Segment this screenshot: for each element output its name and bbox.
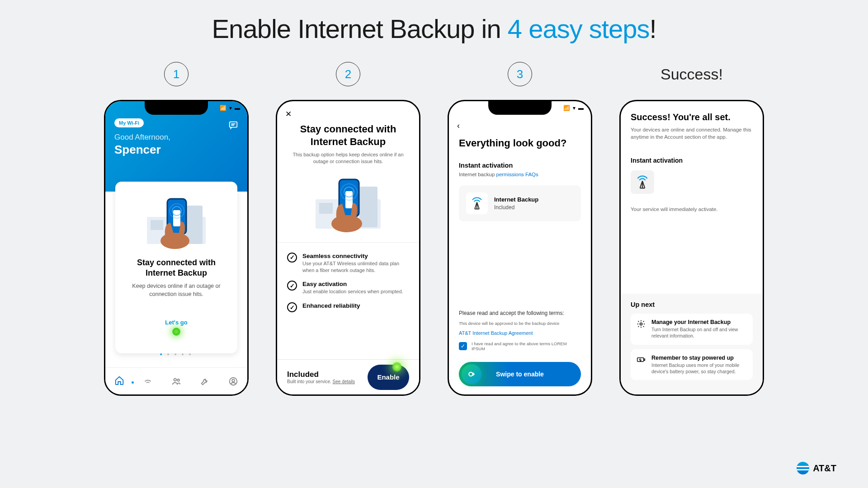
step-2-badge: 2: [336, 62, 360, 86]
built-in-text: Built into your service. See details: [287, 379, 355, 384]
title-suffix: !: [649, 14, 656, 43]
signal-icon: 📶: [563, 105, 570, 111]
wifi-tab-icon[interactable]: [143, 376, 153, 386]
faq-line: Internet backup permissions FAQs: [459, 172, 581, 177]
terms-label: Please read and accept the following ter…: [459, 310, 581, 316]
card-description: Keep devices online if an outage or conn…: [123, 282, 229, 298]
included-label: Included: [287, 370, 355, 379]
page-title: Enable Internet Backup in 4 easy steps!: [0, 0, 868, 44]
people-tab-icon[interactable]: [171, 376, 181, 386]
p2-footer: Included Built into your service. See de…: [277, 359, 419, 394]
swipe-to-enable-button[interactable]: Swipe to enable: [459, 362, 581, 386]
enable-button[interactable]: Enable: [368, 365, 409, 390]
back-icon[interactable]: ‹: [457, 121, 460, 131]
status-bar: 📶 ▾ ▬: [563, 105, 584, 111]
svg-rect-16: [319, 203, 333, 214]
svg-point-24: [640, 323, 642, 325]
wifi-icon: ▾: [229, 105, 232, 111]
check-icon: [287, 281, 297, 291]
item2-desc: Internet Backup uses more of your mobile…: [651, 362, 747, 375]
svg-rect-4: [151, 220, 163, 230]
enable-button-label: Enable: [377, 373, 399, 381]
lets-go-link[interactable]: Let's go: [123, 319, 229, 326]
battery-icon: ▬: [235, 105, 240, 111]
phone-2: ✕ Stay connected with Internet Backup Th…: [276, 100, 420, 396]
title-accent: 4 easy steps: [508, 14, 650, 43]
swipe-knob-icon[interactable]: [462, 364, 481, 384]
feature-1-desc: Use your AT&T Wireless unlimited data pl…: [302, 260, 409, 274]
activation-note: Your service will immediately activate.: [631, 206, 753, 212]
svg-rect-0: [230, 122, 237, 127]
close-icon[interactable]: ✕: [285, 109, 292, 119]
chat-icon[interactable]: [228, 120, 238, 130]
att-globe-icon: [797, 462, 809, 474]
step-1-column: 1 📶 ▾ ▬ My Wi-Fi Good Afternoon, Spencer: [104, 62, 249, 396]
step-3-column: 3 📶 ▾ ▬ ‹ Everything look good? Instant …: [448, 62, 592, 396]
upnext-item-manage[interactable]: Manage your Internet BackupTurn Internet…: [631, 314, 753, 344]
phone-notch: [488, 101, 552, 115]
svg-point-11: [174, 378, 176, 381]
signal-icon: 📶: [220, 105, 226, 111]
phone-4: Success! You're all set. Your devices ar…: [619, 100, 764, 396]
title-prefix: Enable Internet Backup in: [212, 14, 507, 43]
p3-section: Instant activation: [459, 162, 581, 169]
item1-title: Manage your Internet Backup: [651, 319, 747, 325]
p4-subtitle: Your devices are online and connected. M…: [631, 126, 753, 141]
phone-3: 📶 ▾ ▬ ‹ Everything look good? Instant ac…: [448, 100, 592, 396]
upnext-item-power[interactable]: Remember to stay powered upInternet Back…: [631, 349, 753, 380]
step-success-column: Success! Success! You're all set. Your d…: [619, 62, 764, 396]
svg-point-22: [331, 215, 362, 232]
active-tab-dot-icon: [132, 381, 134, 384]
gear-icon: [636, 319, 646, 329]
step-3-badge: 3: [508, 62, 532, 86]
brand-name: AT&T: [813, 463, 836, 474]
p3-title: Everything look good?: [459, 137, 581, 149]
feature-3: Enhanced reliability: [287, 302, 409, 312]
feature-1-title: Seamless connectivity: [302, 253, 409, 259]
see-details-link[interactable]: See details: [333, 379, 355, 384]
consent-checkbox-row[interactable]: ✓ I have read and agree to the above ter…: [459, 341, 581, 351]
battery-charge-icon: [636, 355, 646, 365]
agreement-link[interactable]: AT&T Internet Backup Agreement: [459, 330, 581, 336]
check-icon: [287, 302, 297, 312]
hand-phone-illustration: [287, 170, 409, 238]
home-tab-icon[interactable]: [114, 375, 124, 385]
battery-icon: ▬: [578, 105, 584, 111]
step-1-badge: 1: [164, 62, 189, 86]
faq-link[interactable]: permissions FAQs: [496, 172, 538, 177]
check-icon: [287, 253, 297, 263]
swipe-label: Swipe to enable: [496, 371, 544, 378]
phone-notch: [145, 101, 208, 115]
phone-1: 📶 ▾ ▬ My Wi-Fi Good Afternoon, Spencer: [104, 100, 249, 396]
wifi-icon: ▾: [573, 105, 576, 111]
svg-point-12: [177, 379, 179, 381]
account-tab-icon[interactable]: [228, 376, 238, 386]
item2-title: Remember to stay powered up: [651, 355, 747, 361]
steps-row: 1 📶 ▾ ▬ My Wi-Fi Good Afternoon, Spencer: [0, 62, 868, 396]
feature-2-desc: Just enable location services when promp…: [302, 288, 403, 295]
svg-point-10: [160, 233, 189, 249]
highlight-indicator-icon: [172, 328, 180, 336]
item1-desc: Turn Internet Backup on and off and view…: [651, 326, 747, 339]
checkbox-checked-icon[interactable]: ✓: [459, 342, 467, 350]
pagination-dots[interactable]: ● ● ● ● ●: [105, 352, 247, 357]
p2-title: Stay connected with Internet Backup: [287, 123, 409, 148]
promo-card: Stay connected with Internet Backup Keep…: [115, 182, 237, 353]
greeting: Good Afternoon,: [114, 133, 238, 142]
p4-section: Instant activation: [631, 157, 753, 164]
bottom-nav: [105, 367, 247, 394]
terms-line: This device will be approved to be the b…: [459, 321, 581, 326]
wifi-pill[interactable]: My Wi-Fi: [114, 118, 144, 127]
feature-3-title: Enhanced reliability: [302, 302, 360, 309]
backup-card: Internet Backup Included: [459, 185, 581, 221]
p2-subtitle: This backup option helps keep devices on…: [287, 151, 409, 165]
hero-section: My Wi-Fi Good Afternoon, Spencer: [105, 101, 247, 192]
hand-phone-illustration: [123, 190, 229, 253]
card-title: Internet Backup: [494, 196, 538, 203]
step-2-column: 2 ✕ Stay connected with Internet Backup …: [276, 62, 420, 396]
feature-2-title: Easy activation: [302, 281, 403, 287]
svg-rect-17: [359, 187, 377, 227]
success-label: Success!: [660, 62, 723, 86]
svg-point-14: [232, 379, 235, 382]
tools-tab-icon[interactable]: [200, 376, 210, 386]
